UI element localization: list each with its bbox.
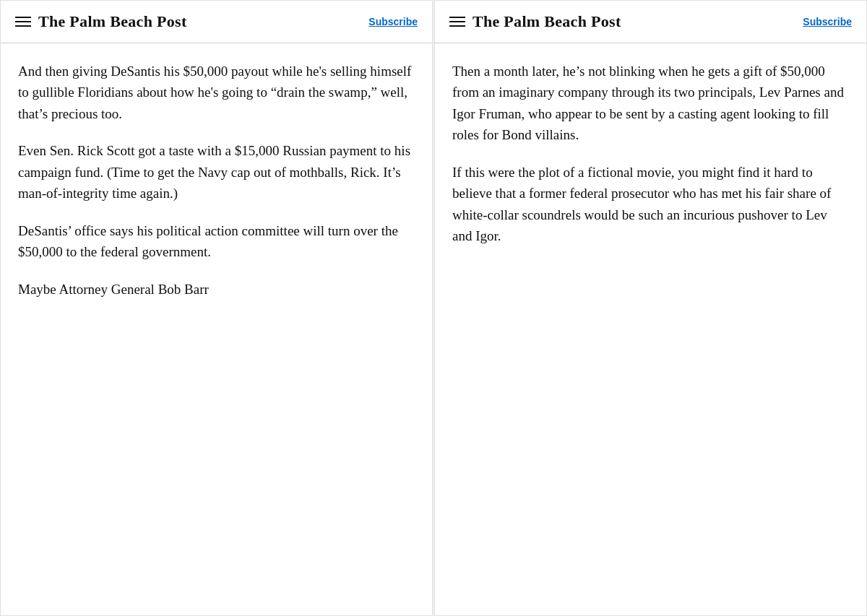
left-article-text: And then giving DeSantis his $50,000 pay… <box>18 61 415 300</box>
left-panel: The Palm Beach Post Subscribe And then g… <box>0 0 433 616</box>
right-paragraph-2: If this were the plot of a fictional mov… <box>452 162 849 247</box>
subscribe-button-left[interactable]: Subscribe <box>368 16 418 27</box>
left-article-content: And then giving DeSantis his $50,000 pay… <box>1 43 432 615</box>
subscribe-button-right[interactable]: Subscribe <box>803 16 852 27</box>
left-paragraph-1: And then giving DeSantis his $50,000 pay… <box>18 61 415 124</box>
hamburger-icon-left[interactable] <box>15 17 31 27</box>
right-paragraph-1: Then a month later, he’s not blinking wh… <box>452 61 849 146</box>
right-article-content: Then a month later, he’s not blinking wh… <box>435 43 866 615</box>
left-paragraph-4: Maybe Attorney General Bob Barr <box>18 279 415 300</box>
right-header-left: The Palm Beach Post <box>449 12 621 31</box>
page-container: The Palm Beach Post Subscribe And then g… <box>0 0 867 616</box>
left-paragraph-3: DeSantis’ office says his political acti… <box>18 220 415 263</box>
hamburger-icon-right[interactable] <box>449 17 465 27</box>
left-header-left: The Palm Beach Post <box>15 12 187 31</box>
right-header: The Palm Beach Post Subscribe <box>435 1 866 43</box>
right-panel: The Palm Beach Post Subscribe Then a mon… <box>434 0 867 616</box>
site-title-right: The Palm Beach Post <box>473 12 621 31</box>
right-article-text: Then a month later, he’s not blinking wh… <box>452 61 849 247</box>
left-paragraph-2: Even Sen. Rick Scott got a taste with a … <box>18 140 415 204</box>
site-title-left: The Palm Beach Post <box>38 12 187 31</box>
left-header: The Palm Beach Post Subscribe <box>1 1 432 43</box>
